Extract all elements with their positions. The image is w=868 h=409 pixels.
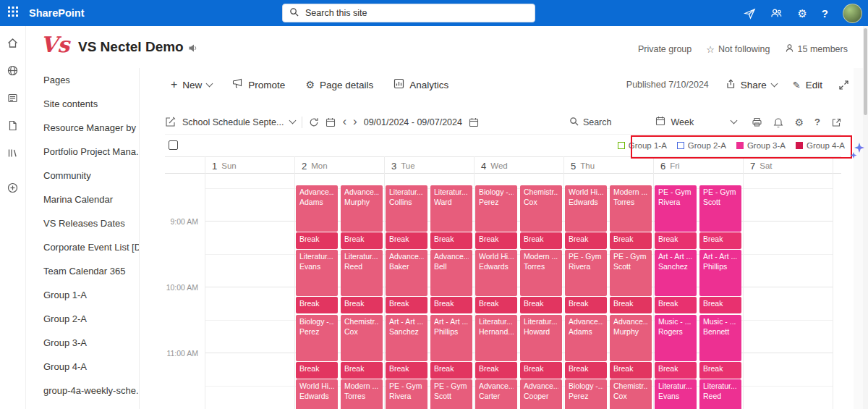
calendar-event[interactable]: World Hi...Edwards [296, 379, 338, 409]
calendar-event[interactable]: Modern ...Torres [610, 185, 652, 232]
sidebar-item[interactable]: VS Releases Dates [26, 211, 139, 235]
library-icon[interactable] [6, 146, 20, 159]
help-icon[interactable]: ? [814, 117, 820, 127]
edit-button[interactable]: ✎Edit [793, 80, 822, 90]
compose-icon[interactable] [165, 117, 176, 127]
break-event[interactable]: Break [655, 297, 697, 313]
select-tool-icon[interactable] [169, 140, 178, 150]
calendar-event[interactable]: Literatur...Reed [341, 250, 383, 296]
calendar-event[interactable]: Modern ...Torres [520, 250, 562, 296]
scrollbar-thumb[interactable] [864, 28, 867, 115]
break-event[interactable]: Break [699, 232, 741, 249]
chevron-down-icon[interactable] [289, 117, 297, 125]
legend-item-group-2-a[interactable]: Group 2-A [677, 141, 726, 150]
break-event[interactable]: Break [475, 232, 517, 249]
break-event[interactable]: Break [341, 362, 383, 379]
refresh-icon[interactable] [309, 117, 319, 127]
new-button[interactable]: +New [171, 79, 212, 90]
help-icon[interactable]: ? [822, 8, 828, 19]
sidebar-item[interactable]: Site contents [26, 92, 139, 116]
settings-gear-icon[interactable]: ⚙ [797, 8, 807, 19]
break-event[interactable]: Break [565, 232, 607, 249]
search-input[interactable] [304, 7, 509, 19]
expand-icon[interactable] [838, 80, 849, 90]
break-event[interactable]: Break [610, 362, 652, 379]
break-event[interactable]: Break [699, 362, 741, 379]
home-icon[interactable] [6, 36, 20, 49]
calendar-event[interactable]: World Hi...Edwards [475, 250, 517, 296]
break-event[interactable]: Break [655, 232, 697, 249]
calendar-event[interactable]: Art - Art ...Phillips [430, 315, 472, 361]
sidebar-item[interactable]: Group 4-A [26, 355, 139, 379]
prev-button[interactable]: ‹ [342, 115, 346, 127]
calendar-event[interactable]: Biology -...Perez [296, 315, 338, 361]
calendar-event[interactable]: Literatur...Evans [655, 379, 697, 409]
break-event[interactable]: Break [386, 362, 427, 379]
brand-link[interactable]: SharePoint [29, 7, 85, 19]
calendar-event[interactable]: Biology -...Perez [475, 185, 517, 232]
share-button[interactable]: Share [725, 78, 777, 91]
calendar-event[interactable]: Art - Art ...Sanchez [386, 315, 427, 361]
sidebar-item[interactable]: Community [26, 164, 139, 187]
calendar-event[interactable]: Music - ...Rogers [655, 315, 697, 361]
break-event[interactable]: Break [430, 297, 472, 313]
break-event[interactable]: Break [296, 232, 338, 249]
sidebar-item[interactable]: Team Calendar 365 [26, 259, 139, 283]
page-scrollbar[interactable] [863, 26, 868, 409]
break-event[interactable]: Break [475, 362, 517, 379]
calendar-event[interactable]: Chemistr...Cox [520, 185, 562, 232]
break-event[interactable]: Break [565, 297, 607, 313]
calendar-event[interactable]: Advance...Cooper [520, 379, 562, 409]
break-event[interactable]: Break [341, 297, 383, 313]
break-event[interactable]: Break [341, 232, 383, 249]
break-event[interactable]: Break [520, 232, 562, 249]
follow-button[interactable]: ☆Not following [706, 44, 770, 54]
sidebar-item[interactable]: Marina Calendar [26, 187, 139, 211]
sidebar-item[interactable]: Portfolio Project Mana... [26, 140, 139, 164]
calendar-event[interactable]: World Hi...Edwards [565, 185, 607, 232]
sidebar-item[interactable]: Pages [26, 68, 139, 92]
break-event[interactable]: Break [610, 232, 652, 249]
print-icon[interactable] [752, 117, 762, 127]
globe-icon[interactable] [6, 64, 20, 77]
document-icon[interactable] [6, 119, 20, 132]
calendar-event[interactable]: Advance...Murphy [610, 315, 652, 361]
calendar-event[interactable]: Modern ...Torres [341, 379, 383, 409]
calendar-event[interactable]: PE - GymRivera [386, 379, 427, 409]
break-event[interactable]: Break [655, 362, 697, 379]
promote-button[interactable]: Promote [232, 78, 285, 91]
calendar-event[interactable]: Advance...Adams [296, 185, 338, 232]
calendar-event[interactable]: Literatur...Howard [520, 315, 562, 361]
datepicker-icon[interactable] [469, 117, 479, 127]
calendar-title[interactable]: School Schedule Septe... [182, 117, 284, 127]
calendar-event[interactable]: Art - Art ...Sanchez [655, 250, 697, 296]
view-select[interactable]: Week [655, 116, 736, 129]
legend-item-group-4-a[interactable]: Group 4-A [796, 141, 845, 150]
calendar-event[interactable]: Advance...Bell [430, 250, 472, 296]
site-logo[interactable]: Vs [41, 32, 69, 57]
open-expand-icon[interactable] [831, 117, 841, 127]
calendar-event[interactable]: Literatur...Ward [430, 185, 472, 232]
break-event[interactable]: Break [296, 362, 338, 379]
add-icon[interactable] [6, 181, 20, 194]
people-icon[interactable] [770, 7, 783, 20]
calendar-event[interactable]: PE - GymScott [610, 250, 652, 296]
calendar-event[interactable]: Music - ...Bennett [699, 315, 741, 361]
calendar-search-button[interactable]: Search [569, 117, 612, 128]
calendar-event[interactable]: PE - GymRivera [655, 185, 697, 232]
calendar-event[interactable]: Advance...Murphy [341, 185, 383, 232]
sidebar-item[interactable]: group-4a-weekly-sche... [26, 379, 139, 402]
calendar-event[interactable]: PE - GymRivera [565, 250, 607, 296]
members-button[interactable]: 15 members [785, 43, 848, 55]
calendar-event[interactable]: Literatur...Reed [699, 379, 741, 409]
calendar-event[interactable]: Literatur...Evans [296, 250, 338, 296]
calendar-event[interactable]: Advance...Carter [475, 379, 517, 409]
break-event[interactable]: Break [430, 362, 472, 379]
calendar-event[interactable]: Chemistr...Cox [341, 315, 383, 361]
page-title[interactable]: VS Nectel Demo [78, 39, 184, 55]
sidebar-item[interactable]: Corporate Event List [D... [26, 235, 139, 259]
calendar-event[interactable]: PE - GymScott [430, 379, 472, 409]
break-event[interactable]: Break [699, 297, 741, 313]
page-details-button[interactable]: ⚙Page details [305, 80, 373, 90]
calendar-event[interactable]: Art - Art ...Phillips [699, 250, 741, 296]
